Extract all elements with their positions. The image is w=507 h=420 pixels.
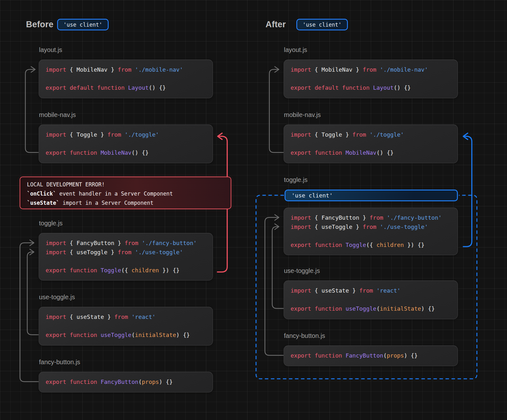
after-fancybutton-to-toggle-connector: [265, 217, 284, 355]
blue-connector-line: [463, 136, 472, 247]
before-fancybutton-to-toggle-connector: [20, 243, 39, 382]
red-connector-line: [217, 136, 227, 272]
gray-import-connectors: [20, 67, 284, 382]
client-boundary-path: [256, 195, 477, 379]
connector-arrows: [0, 0, 507, 420]
before-mobilenav-to-layout-connector: [25, 69, 39, 152]
after-usetoggle-to-toggle-connector: [272, 227, 284, 308]
before-usetoggle-to-toggle-connector: [27, 252, 39, 335]
red-error-connector: [217, 133, 227, 272]
client-boundary-dashed-outline: [256, 195, 477, 379]
after-mobilenav-to-layout-connector: [269, 69, 284, 152]
blue-client-connector: [463, 133, 472, 247]
